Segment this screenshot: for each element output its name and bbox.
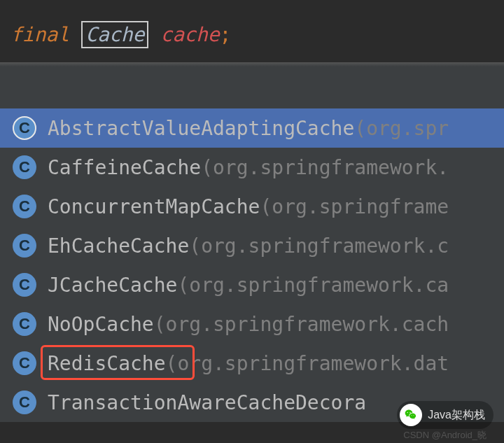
wechat-badge: Java架构栈 [397,401,493,429]
suggestion-item[interactable]: CCaffeineCache (org.springframework. [0,148,504,187]
class-icon: C [13,273,36,297]
suggestion-item[interactable]: CAbstractValueAdaptingCache (org.spr [0,108,504,148]
package-name: (org.spr [354,117,449,140]
variable-name: cache [160,23,219,46]
autocomplete-popup[interactable]: CAbstractValueAdaptingCache (org.sprCCaf… [0,66,504,422]
wechat-icon [400,404,422,426]
class-name: ConcurrentMapCache [48,195,260,218]
suggestion-item[interactable]: CNoOpCache (org.springframework.cach [0,304,504,344]
package-name: (org.springframework.cach [154,313,449,336]
package-name: (org.springframework. [201,156,449,179]
class-icon: C [13,391,36,414]
class-name: CaffeineCache [48,156,201,179]
badge-label: Java架构栈 [428,408,485,423]
class-name: EhCacheCache [48,234,189,258]
package-name: (org.springframework.dat [166,352,449,375]
class-icon: C [13,116,36,140]
class-icon: C [13,312,36,336]
class-icon: C [13,351,36,375]
class-name: NoOpCache [48,313,154,336]
suggestion-list[interactable]: CAbstractValueAdaptingCache (org.sprCCaf… [0,108,504,422]
suggestion-item[interactable]: CEhCacheCache (org.springframework.c [0,226,504,265]
keyword-final: final [10,23,69,46]
suggestion-item[interactable]: CConcurrentMapCache (org.springframe [0,187,504,226]
class-name: TransactionAwareCacheDecora [48,391,366,414]
class-icon: C [13,234,36,258]
suggestion-item[interactable]: CJCacheCache (org.springframework.ca [0,265,504,304]
package-name: (org.springframework.ca [177,274,449,297]
class-name: AbstractValueAdaptingCache [48,117,354,140]
type-identifier[interactable]: Cache [81,21,148,48]
package-name: (org.springframework.c [189,234,449,258]
class-name: RedisCache [48,352,166,375]
class-icon: C [13,195,36,218]
code-editor-line[interactable]: final Cache cache; [0,0,504,62]
class-name: JCacheCache [48,274,177,297]
class-icon: C [13,155,36,179]
package-name: (org.springframe [260,195,449,218]
csdn-watermark: CSDN @Android_晓 [403,429,486,442]
semicolon: ; [220,23,232,46]
suggestion-item[interactable]: CRedisCache (org.springframework.dat [0,344,504,383]
